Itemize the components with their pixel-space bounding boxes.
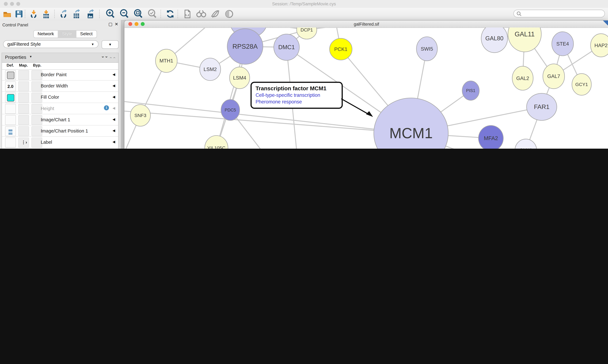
network-graph[interactable]: DCP1RPS28ADMC1PCK1MTH1LSM2LSM4SWI5GAL80G… xyxy=(124,27,608,149)
collapse-arrow-icon[interactable]: ◀ xyxy=(112,140,115,143)
map-cell[interactable] xyxy=(18,115,29,125)
window-corner-accent xyxy=(603,21,608,26)
node-label-cln3: CLN3 xyxy=(519,147,532,149)
network-canvas[interactable]: DCP1RPS28ADMC1PCK1MTH1LSM2LSM4SWI5GAL80G… xyxy=(124,27,608,149)
zoom-out-icon[interactable] xyxy=(119,9,130,19)
node-label-ste4: STE4 xyxy=(556,41,569,47)
hide-selected-eye-icon[interactable] xyxy=(209,9,221,19)
float-panel-icon[interactable]: ▢ xyxy=(109,22,112,26)
map-cell[interactable] xyxy=(18,104,29,114)
col-map: Map. xyxy=(19,63,28,67)
network-window-titlebar[interactable]: galFiltered.sif xyxy=(124,21,608,28)
close-panel-icon[interactable]: ✕ xyxy=(115,22,118,26)
map-cell[interactable]: ⋮› xyxy=(18,137,29,147)
tab-select[interactable]: Select xyxy=(76,30,97,38)
network-view-window: galFiltered.sif DCP1RPS28ADMC1PCK1MTH1LS… xyxy=(124,20,608,149)
tab-style[interactable]: Style xyxy=(58,30,76,38)
properties-header-label: Properties xyxy=(5,54,26,60)
node-label-rps28a: RPS28A xyxy=(233,43,258,50)
network-edge[interactable] xyxy=(230,110,302,149)
session-title: Session: /Temp/SampleMovie.cys xyxy=(0,1,608,6)
def-cell[interactable] xyxy=(5,126,16,136)
collapse-arrow-icon[interactable]: ◀ xyxy=(112,84,115,87)
collapse-arrow-icon[interactable]: ◀ xyxy=(112,95,115,99)
property-label: Border Width xyxy=(41,83,68,89)
network-node-cln3[interactable] xyxy=(515,139,537,149)
tab-network[interactable]: Network xyxy=(34,30,58,38)
info-icon[interactable]: i xyxy=(104,105,109,110)
property-row-border-width[interactable]: 2.0Border Width◀ xyxy=(2,80,118,92)
map-cell[interactable] xyxy=(18,81,29,91)
property-row-fill-color[interactable]: Fill Color◀ xyxy=(2,92,118,103)
network-window-title: galFiltered.sif xyxy=(124,22,608,26)
first-neighbors-icon[interactable] xyxy=(195,9,207,19)
import-table-icon[interactable] xyxy=(40,9,52,19)
search-input[interactable] xyxy=(513,10,605,17)
def-cell[interactable] xyxy=(5,137,16,147)
default-value[interactable]: 2.0 xyxy=(5,84,15,89)
node-label-gcy1: GCY1 xyxy=(575,82,588,87)
chevron-down-icon: ▼ xyxy=(91,42,94,46)
map-cell[interactable] xyxy=(18,92,29,103)
node-label-hap2: HAP2 xyxy=(594,42,608,48)
map-cell[interactable] xyxy=(18,126,29,136)
zoom-fit-icon[interactable] xyxy=(133,9,144,19)
def-cell[interactable] xyxy=(5,115,16,125)
expand-all-icon[interactable]: ⌄⌄ xyxy=(101,54,108,58)
collapse-arrow-icon[interactable]: ◀ xyxy=(112,129,115,132)
def-cell[interactable] xyxy=(5,104,16,114)
node-label-pck1: PCK1 xyxy=(334,46,347,52)
style-select-dropdown[interactable]: galFiltered Style ▼ xyxy=(3,40,98,48)
property-row-image-chart-1[interactable]: Image/Chart 1◀ xyxy=(2,114,118,125)
property-row-border-paint[interactable]: Border Paint◀ xyxy=(2,69,118,80)
import-network-icon[interactable] xyxy=(28,9,40,19)
app-titlebar: Session: /Temp/SampleMovie.cys xyxy=(0,0,608,8)
zoom-selected-icon[interactable] xyxy=(147,9,158,19)
node-label-pis1: PIS1 xyxy=(466,88,475,93)
properties-rows: Border Paint◀2.0Border Width◀Fill Color◀… xyxy=(2,69,118,149)
collapse-arrow-icon[interactable]: ◀ xyxy=(112,117,115,121)
properties-header[interactable]: Properties ▾ ⌄⌄ ⌄⌄ xyxy=(2,53,118,63)
def-cell[interactable]: 2.0 xyxy=(5,81,16,91)
def-cell[interactable] xyxy=(5,70,16,80)
node-label-lsm4: LSM4 xyxy=(233,75,246,81)
mcm1-annotation-box[interactable]: Transcription factor MCM1 Cell-type-spec… xyxy=(250,82,343,109)
collapse-all-icon[interactable]: ⌄⌄ xyxy=(109,56,116,60)
default-value-swatch[interactable] xyxy=(7,72,14,79)
col-def: Def. xyxy=(7,63,14,67)
annotation-title: Transcription factor MCM1 xyxy=(256,85,338,91)
property-label: Label xyxy=(41,140,52,145)
discrete-mapping-icon: ⋮› xyxy=(21,140,27,145)
export-network-icon[interactable] xyxy=(57,9,69,19)
property-row-height[interactable]: Heighti◀ xyxy=(2,103,118,114)
position-icon[interactable] xyxy=(9,130,12,134)
control-panel: Control Panel ▢ ✕ NetworkStyleSelect gal… xyxy=(0,20,122,149)
clone-network-icon[interactable] xyxy=(181,9,193,19)
export-image-icon[interactable] xyxy=(84,9,96,19)
node-label-snf3: SNF3 xyxy=(134,113,146,118)
style-options-button[interactable]: ▼ xyxy=(102,40,119,49)
default-value-swatch[interactable] xyxy=(7,94,14,102)
collapse-arrow-icon[interactable]: ◀ xyxy=(112,72,115,76)
zoom-in-icon[interactable] xyxy=(105,9,116,19)
node-label-dcp1: DCP1 xyxy=(301,27,313,32)
show-all-eye-icon[interactable] xyxy=(223,9,235,19)
open-session-icon[interactable] xyxy=(1,9,13,19)
export-table-icon[interactable] xyxy=(71,9,82,19)
node-label-swi5: SWI5 xyxy=(421,46,433,52)
save-session-icon[interactable] xyxy=(13,9,25,19)
node-label-far1: FAR1 xyxy=(534,104,549,110)
main-toolbar xyxy=(0,8,608,21)
node-label-mcm1: MCM1 xyxy=(389,125,433,141)
refresh-icon[interactable] xyxy=(164,9,176,19)
property-row-label[interactable]: ⋮›Label◀ xyxy=(2,137,118,148)
property-row-image-chart-position-1[interactable]: Image/Chart Position 1◀ xyxy=(2,125,118,137)
property-row-label-color[interactable]: Label Color◀ xyxy=(2,148,118,149)
node-label-dmc1: DMC1 xyxy=(278,44,295,51)
collapse-arrow-icon[interactable]: ◀ xyxy=(112,106,115,110)
def-cell[interactable] xyxy=(5,92,16,103)
node-label-yil105c: YIL105C xyxy=(207,145,225,149)
chevron-down-icon: ▾ xyxy=(30,54,32,58)
node-label-mfa2: MFA2 xyxy=(484,135,498,141)
map-cell[interactable] xyxy=(18,70,29,80)
